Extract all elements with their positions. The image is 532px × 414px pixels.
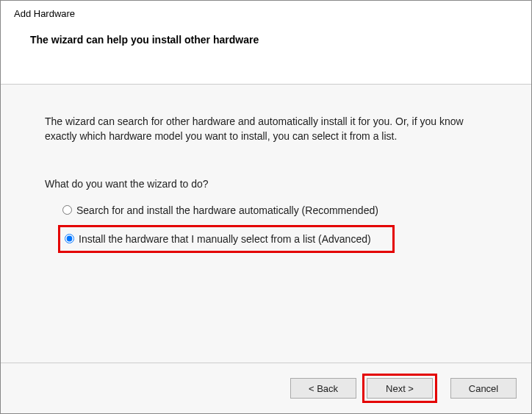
option-manual-select-radio[interactable]	[65, 234, 74, 243]
option-auto-search-radio[interactable]	[62, 205, 72, 215]
wizard-options: Search for and install the hardware auto…	[58, 201, 495, 253]
option-auto-search-label: Search for and install the hardware auto…	[76, 204, 378, 216]
next-button-highlight: Next >	[362, 374, 437, 403]
option-auto-search[interactable]: Search for and install the hardware auto…	[58, 201, 495, 219]
option-manual-select[interactable]: Install the hardware that I manually sel…	[58, 225, 395, 253]
wizard-footer: < Back Next > Cancel	[1, 363, 531, 413]
wizard-description: The wizard can search for other hardware…	[45, 114, 495, 144]
next-button[interactable]: Next >	[367, 378, 433, 399]
back-button[interactable]: < Back	[290, 378, 356, 399]
wizard-subtitle: The wizard can help you install other ha…	[30, 34, 518, 46]
add-hardware-wizard: Add Hardware The wizard can help you ins…	[0, 0, 532, 414]
option-manual-select-label: Install the hardware that I manually sel…	[79, 233, 371, 245]
cancel-button[interactable]: Cancel	[450, 378, 517, 399]
wizard-header: Add Hardware The wizard can help you ins…	[1, 1, 531, 85]
wizard-content: The wizard can search for other hardware…	[1, 85, 531, 363]
wizard-question: What do you want the wizard to do?	[45, 178, 495, 190]
window-title: Add Hardware	[14, 8, 518, 19]
